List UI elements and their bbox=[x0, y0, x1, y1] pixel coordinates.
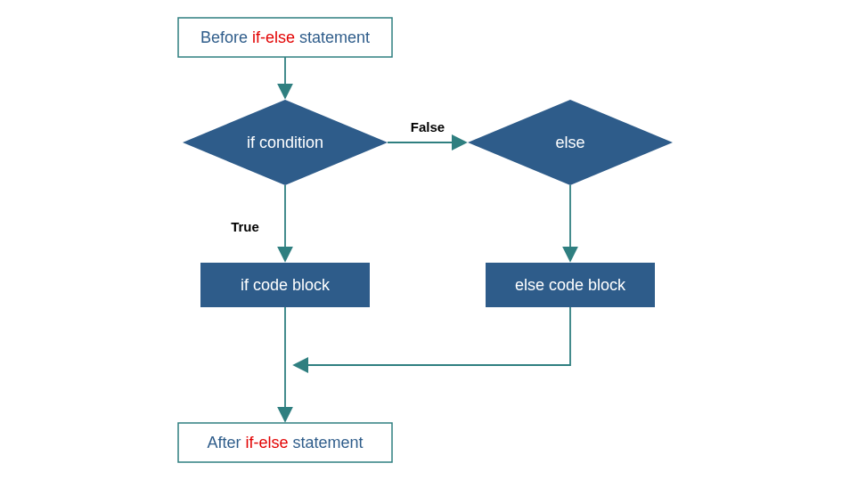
node-after-label: After if-else statement bbox=[207, 434, 363, 451]
after-post: statement bbox=[288, 434, 363, 451]
node-if-block-label: if code block bbox=[241, 276, 331, 294]
after-pre: After bbox=[207, 434, 245, 451]
node-else-block-label: else code block bbox=[515, 276, 626, 294]
node-if-condition-label: if condition bbox=[247, 134, 323, 151]
edge-elseblock-merge bbox=[294, 307, 570, 365]
flowchart: Before if-else statement if condition Fa… bbox=[0, 0, 850, 504]
after-kw: if-else bbox=[245, 434, 288, 451]
before-post: statement bbox=[295, 28, 370, 46]
node-else-label: else bbox=[555, 134, 584, 151]
before-kw: if-else bbox=[252, 28, 295, 46]
before-pre: Before bbox=[200, 28, 252, 46]
edge-false-label: False bbox=[411, 119, 445, 134]
edge-true-label: True bbox=[231, 219, 259, 234]
node-before-label: Before if-else statement bbox=[200, 28, 370, 46]
